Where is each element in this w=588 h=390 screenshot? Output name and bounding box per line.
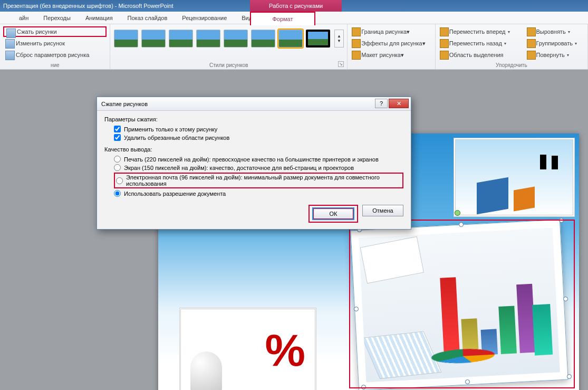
tab-transitions[interactable]: Переходы <box>36 12 78 24</box>
section-label-adjust: ние <box>0 62 110 68</box>
dialog-close-button[interactable]: ✕ <box>389 99 409 108</box>
tab-animations[interactable]: Анимация <box>78 12 120 24</box>
picture-style-2[interactable] <box>141 30 166 47</box>
tab-slideshow[interactable]: Показ слайдов <box>120 12 175 24</box>
delete-cropped-areas-checkbox[interactable]: Удалить обрезанные области рисунков <box>114 134 403 141</box>
resize-handle-mr[interactable] <box>563 297 568 301</box>
group-button[interactable]: Группировать▾ <box>526 38 585 49</box>
picture-style-5[interactable] <box>224 30 248 47</box>
tab-format[interactable]: Формат <box>250 12 315 25</box>
resize-handle-bl[interactable] <box>361 385 366 389</box>
picture-style-3[interactable] <box>169 30 193 47</box>
dialog-title: Сжатие рисунков <box>101 101 148 107</box>
slide-image-top-right[interactable] <box>454 138 575 217</box>
picture-style-7[interactable] <box>278 30 303 47</box>
ribbon-section-adjust: Сжать рисунки Изменить рисунок Сброс пар… <box>0 24 110 69</box>
resize-handle-ml[interactable] <box>354 307 359 311</box>
picture-style-1[interactable] <box>114 30 138 47</box>
reset-picture-button[interactable]: Сброс параметров рисунка <box>3 50 107 60</box>
selected-picture[interactable] <box>350 220 568 390</box>
picture-style-8[interactable] <box>306 30 330 47</box>
ok-button-highlight: ОК <box>309 205 358 223</box>
selection-pane-button[interactable]: Область выделения <box>439 50 517 60</box>
quality-email-radio[interactable]: Электронная почта (96 пикселей на дюйм):… <box>114 173 403 188</box>
output-quality-header: Качество вывода: <box>104 146 403 153</box>
resize-handle-br[interactable] <box>567 374 572 379</box>
change-picture-button[interactable]: Изменить рисунок <box>3 38 107 49</box>
apply-only-this-picture-checkbox[interactable]: Применить только к этому рисунку <box>114 126 403 132</box>
picture-layout-button[interactable]: Макет рисунка▾ <box>351 50 431 60</box>
resize-handle-tm[interactable] <box>459 222 464 227</box>
tab-design[interactable]: айн <box>12 12 36 24</box>
quality-document-radio[interactable]: Использовать разрешение документа <box>114 190 403 197</box>
resize-handle-tr[interactable] <box>559 218 564 223</box>
dialog-help-button[interactable]: ? <box>375 99 388 108</box>
section-label-styles: Стили рисунков <box>110 62 347 68</box>
resize-handle-bm[interactable] <box>465 379 470 384</box>
chart-illustration <box>359 228 560 383</box>
align-button[interactable]: Выровнять▾ <box>526 26 585 37</box>
quality-screen-radio[interactable]: Экран (150 пикселей на дюйм): качество, … <box>114 164 403 171</box>
compression-options-header: Параметры сжатия: <box>104 116 403 122</box>
contextual-tab-label: Работа с рисунками <box>250 0 342 12</box>
picture-border-button[interactable]: Граница рисунка▾ <box>351 26 431 37</box>
rotate-handle[interactable] <box>455 210 460 216</box>
picture-style-4[interactable] <box>196 30 220 47</box>
document-title: Презентация (без внедренных шрифтов) - M… <box>3 3 173 9</box>
picture-styles-more[interactable]: ▲▼ <box>334 30 344 47</box>
ribbon-section-styles: ▲▼ Стили рисунков ↘ <box>110 24 348 69</box>
ok-button[interactable]: ОК <box>313 208 354 220</box>
ribbon-section-arrange: Переместить вперед▾ Переместить назад▾ О… <box>436 24 588 69</box>
tab-review[interactable]: Рецензирование <box>175 12 234 24</box>
title-bar: Презентация (без внедренных шрифтов) - M… <box>0 0 588 12</box>
ribbon-section-picture-options: Граница рисунка▾ Эффекты для рисунка▾ Ма… <box>348 24 435 69</box>
compress-pictures-button[interactable]: Сжать рисунки <box>3 26 107 37</box>
picture-style-6[interactable] <box>251 30 275 47</box>
section-label-arrange: Упорядочить <box>436 62 587 68</box>
slide-image-percent[interactable]: % <box>179 308 316 390</box>
bring-forward-button[interactable]: Переместить вперед▾ <box>439 26 517 37</box>
compress-pictures-dialog: Сжатие рисунков ? ✕ Параметры сжатия: Пр… <box>97 97 411 230</box>
send-backward-button[interactable]: Переместить назад▾ <box>439 38 517 49</box>
ribbon: Сжать рисунки Изменить рисунок Сброс пар… <box>0 24 588 70</box>
dialog-title-bar[interactable]: Сжатие рисунков ? ✕ <box>97 97 411 111</box>
menu-bar: айн Переходы Анимация Показ слайдов Реце… <box>0 12 588 24</box>
cancel-button[interactable]: Отмена <box>362 205 403 216</box>
picture-effects-button[interactable]: Эффекты для рисунка▾ <box>351 38 431 49</box>
styles-dialog-launcher[interactable]: ↘ <box>338 61 344 67</box>
rotate-button[interactable]: Повернуть▾ <box>526 50 585 60</box>
quality-print-radio[interactable]: Печать (220 пикселей на дюйм): превосход… <box>114 156 403 163</box>
